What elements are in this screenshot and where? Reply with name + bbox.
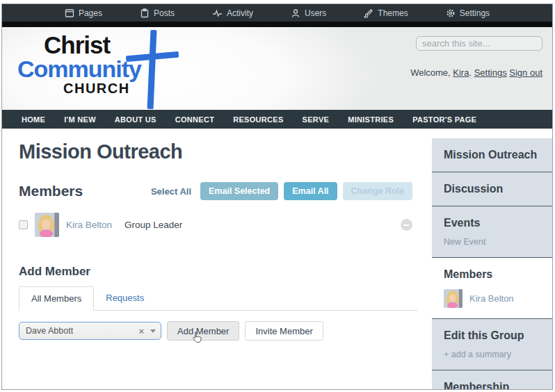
admin-item-label: Users: [305, 8, 326, 18]
members-controls: Select All Email Selected Email All Chan…: [151, 182, 412, 200]
admin-item-label: Activity: [227, 8, 253, 18]
add-member-button[interactable]: Add Member: [167, 321, 239, 341]
themes-icon: [364, 8, 373, 18]
email-selected-button[interactable]: Email Selected: [200, 182, 278, 200]
main-panel: Mission Outreach Members Select All Emai…: [2, 129, 432, 390]
admin-item-themes[interactable]: Themes: [364, 8, 408, 18]
avatar-photo: [35, 213, 59, 237]
add-member-heading: Add Member: [19, 265, 418, 279]
member-select-dropdown[interactable]: Dave Abbott ×: [19, 322, 161, 340]
sidebar-item-events[interactable]: Events New Event: [432, 206, 552, 257]
main-nav: HOME I'M NEW ABOUT US CONNECT RESOURCES …: [2, 110, 552, 129]
admin-item-label: Pages: [79, 8, 102, 18]
admin-item-users[interactable]: Users: [291, 8, 326, 18]
sidebar-item-label: Mission Outreach: [444, 149, 547, 161]
member-avatar[interactable]: [35, 213, 59, 237]
sidebar-member-row[interactable]: Kira Belton: [444, 289, 547, 308]
nav-item-im-new[interactable]: I'M NEW: [64, 115, 96, 124]
clear-selection-icon[interactable]: ×: [138, 327, 144, 336]
divider-bar: [2, 22, 552, 27]
sidebar-item-label: Discussion: [444, 183, 547, 195]
sidebar-item-mission-outreach[interactable]: Mission Outreach: [432, 138, 552, 172]
email-all-button[interactable]: Email All: [284, 182, 337, 200]
nav-item-pastors-page[interactable]: PASTOR'S PAGE: [412, 115, 476, 124]
sidebar-item-discussion[interactable]: Discussion: [432, 172, 552, 206]
nav-item-serve[interactable]: SERVE: [303, 115, 330, 124]
nav-item-ministries[interactable]: MINISTRIES: [348, 115, 394, 124]
avatar-photo: [444, 289, 462, 308]
tab-requests[interactable]: Requests: [94, 286, 156, 310]
member-row: Kira Belton Group Leader: [19, 213, 418, 237]
chevron-down-icon[interactable]: [150, 329, 156, 333]
users-icon: [291, 8, 300, 18]
sidebar-item-members[interactable]: Members Kira Belton: [432, 257, 552, 318]
sidebar-item-label: Members: [444, 268, 547, 281]
nav-item-connect[interactable]: CONNECT: [175, 115, 215, 124]
activity-icon: [212, 8, 223, 18]
welcome-dot: .: [469, 67, 472, 78]
add-summary-link[interactable]: + add a summary: [444, 350, 547, 359]
nav-item-resources[interactable]: RESOURCES: [233, 115, 283, 124]
admin-item-settings[interactable]: Settings: [446, 8, 490, 18]
site-header: Christ Community CHURCH Welcome, Kira. S…: [2, 27, 552, 110]
add-member-tabs: All Members Requests: [19, 286, 418, 311]
posts-icon: [140, 8, 150, 18]
nav-item-about-us[interactable]: ABOUT US: [115, 115, 156, 124]
sidebar-member-avatar: [444, 289, 462, 308]
sidebar-member-name-link[interactable]: Kira Belton: [469, 293, 514, 304]
member-checkbox[interactable]: [19, 220, 28, 229]
tab-all-members[interactable]: All Members: [19, 286, 94, 311]
browser-page: Pages Posts Activity Users Themes Settin…: [1, 3, 553, 390]
admin-item-activity[interactable]: Activity: [212, 8, 253, 18]
remove-member-icon[interactable]: [401, 219, 412, 231]
members-heading: Members: [19, 183, 83, 199]
pages-icon: [65, 8, 74, 18]
cross-icon: [118, 28, 184, 112]
page-title: Mission Outreach: [19, 140, 418, 163]
admin-item-label: Themes: [378, 8, 408, 18]
invite-member-button[interactable]: Invite Member: [245, 321, 323, 341]
admin-item-label: Settings: [460, 8, 490, 18]
admin-item-label: Posts: [154, 8, 175, 18]
admin-item-pages[interactable]: Pages: [65, 8, 102, 18]
sidebar-item-label: Edit this Group: [444, 329, 547, 342]
selected-member-value: Dave Abbott: [26, 326, 138, 336]
search-input[interactable]: [416, 36, 542, 51]
nav-item-home[interactable]: HOME: [22, 115, 45, 124]
group-sidebar: Mission Outreach Discussion Events New E…: [432, 138, 552, 390]
welcome-text: Welcome,: [410, 67, 451, 78]
settings-link[interactable]: Settings: [474, 67, 507, 78]
user-link[interactable]: Kira: [453, 67, 469, 78]
sidebar-item-label: Membership: [444, 381, 547, 390]
select-all-link[interactable]: Select All: [151, 186, 191, 197]
sidebar-item-label: Events: [444, 217, 547, 229]
admin-item-posts[interactable]: Posts: [140, 8, 175, 18]
new-event-link[interactable]: New Event: [444, 237, 547, 247]
signout-link[interactable]: Sign out: [509, 67, 542, 78]
member-name-link[interactable]: Kira Belton: [66, 220, 112, 230]
member-role: Group Leader: [124, 220, 182, 230]
sidebar-item-edit-group[interactable]: Edit this Group + add a summary: [432, 318, 552, 370]
admin-toolbar: Pages Posts Activity Users Themes Settin…: [2, 4, 552, 22]
welcome-bar: Welcome, Kira. Settings Sign out: [410, 67, 542, 78]
change-role-button[interactable]: Change Role: [343, 182, 412, 200]
settings-icon: [446, 8, 456, 18]
sidebar-item-membership[interactable]: Membership: [432, 370, 552, 390]
